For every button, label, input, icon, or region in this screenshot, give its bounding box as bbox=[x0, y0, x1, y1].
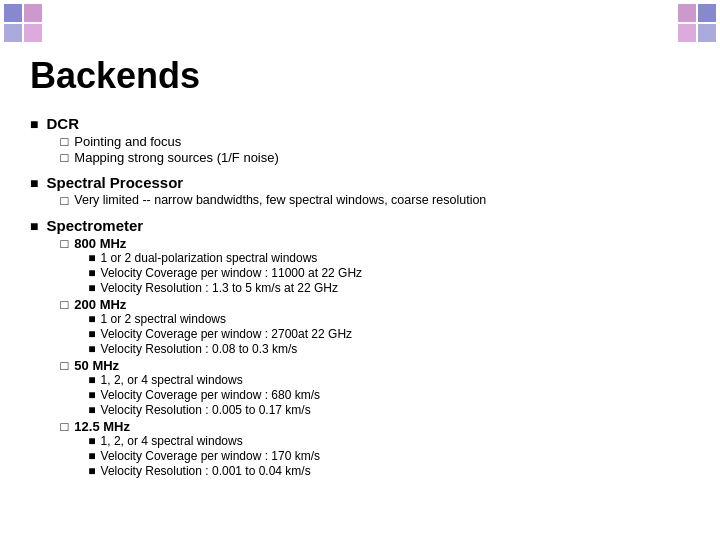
dcr-title: DCR bbox=[46, 115, 700, 132]
dcr-subbullet-0: □ bbox=[60, 134, 68, 149]
freq-subitem-text-1-1: Velocity Coverage per window : 2700at 22… bbox=[101, 327, 352, 341]
freq-sublist-0: ■ 1 or 2 dual-polarization spectral wind… bbox=[74, 251, 700, 295]
dcr-subitem-text-1: Mapping strong sources (1/F noise) bbox=[74, 150, 278, 165]
freq-bullet-1: □ bbox=[60, 297, 68, 312]
freq-subitem-bullet-2-2: ■ bbox=[88, 403, 95, 417]
freq-block-1: □ 200 MHz ■ 1 or 2 spectral windows ■ Ve… bbox=[60, 297, 700, 357]
freq-bullet-3: □ bbox=[60, 419, 68, 434]
page-title: Backends bbox=[30, 55, 700, 97]
freq-subitem-text-3-2: Velocity Resolution : 0.001 to 0.04 km/s bbox=[101, 464, 311, 478]
corner-decoration-right bbox=[660, 0, 720, 60]
freq-content-0: 800 MHz ■ 1 or 2 dual-polarization spect… bbox=[74, 236, 700, 296]
freq-label-2: 50 MHz bbox=[74, 358, 119, 373]
freq-subitem-bullet-0-2: ■ bbox=[88, 281, 95, 295]
freq-subitem-text-0-2: Velocity Resolution : 1.3 to 5 km/s at 2… bbox=[101, 281, 338, 295]
spectrometer-bullet: ■ bbox=[30, 218, 38, 234]
freq-item-3-0: ■ 1, 2, or 4 spectral windows bbox=[88, 434, 700, 448]
freq-bullet-2: □ bbox=[60, 358, 68, 373]
freq-subitem-text-2-0: 1, 2, or 4 spectral windows bbox=[101, 373, 243, 387]
freq-item-3-2: ■ Velocity Resolution : 0.001 to 0.04 km… bbox=[88, 464, 700, 478]
sp-bullet: ■ bbox=[30, 175, 38, 191]
sp-title: Spectral Processor bbox=[46, 174, 700, 191]
freq-subitem-bullet-1-0: ■ bbox=[88, 312, 95, 326]
dcr-content: DCR □ Pointing and focus □ Mapping stron… bbox=[46, 115, 700, 166]
freq-subitem-bullet-1-1: ■ bbox=[88, 327, 95, 341]
freq-item-1-2: ■ Velocity Resolution : 0.08 to 0.3 km/s bbox=[88, 342, 700, 356]
freq-subitem-text-0-0: 1 or 2 dual-polarization spectral window… bbox=[101, 251, 318, 265]
freq-label-0: 800 MHz bbox=[74, 236, 126, 251]
freq-subitem-text-0-1: Velocity Coverage per window : 11000 at … bbox=[101, 266, 362, 280]
freq-subitem-bullet-1-2: ■ bbox=[88, 342, 95, 356]
freq-label-3: 12.5 MHz bbox=[74, 419, 130, 434]
sp-subbullet-0: □ bbox=[60, 193, 68, 208]
freq-block-3: □ 12.5 MHz ■ 1, 2, or 4 spectral windows… bbox=[60, 419, 700, 479]
freq-subitem-text-1-0: 1 or 2 spectral windows bbox=[101, 312, 226, 326]
freq-subitem-bullet-3-0: ■ bbox=[88, 434, 95, 448]
dcr-bullet: ■ bbox=[30, 116, 38, 132]
sp-note: Very limited -- narrow bandwidths, few s… bbox=[74, 193, 486, 207]
sp-content: Spectral Processor □ Very limited -- nar… bbox=[46, 174, 700, 209]
freq-subitem-bullet-2-0: ■ bbox=[88, 373, 95, 387]
freq-subitem-text-2-2: Velocity Resolution : 0.005 to 0.17 km/s bbox=[101, 403, 311, 417]
freq-subitem-text-1-2: Velocity Resolution : 0.08 to 0.3 km/s bbox=[101, 342, 298, 356]
dcr-subitem-0: □ Pointing and focus bbox=[60, 134, 700, 149]
spectrometer-sublist: □ 800 MHz ■ 1 or 2 dual-polarization spe… bbox=[46, 236, 700, 479]
freq-item-0-0: ■ 1 or 2 dual-polarization spectral wind… bbox=[88, 251, 700, 265]
freq-subitem-text-2-1: Velocity Coverage per window : 680 km/s bbox=[101, 388, 320, 402]
freq-subitem-bullet-3-1: ■ bbox=[88, 449, 95, 463]
freq-content-2: 50 MHz ■ 1, 2, or 4 spectral windows ■ V… bbox=[74, 358, 700, 418]
freq-content-1: 200 MHz ■ 1 or 2 spectral windows ■ Velo… bbox=[74, 297, 700, 357]
spectrometer-section: ■ Spectrometer □ 800 MHz ■ 1 or 2 dual-p… bbox=[30, 217, 700, 480]
freq-subitem-bullet-2-1: ■ bbox=[88, 388, 95, 402]
freq-label-1: 200 MHz bbox=[74, 297, 126, 312]
spectrometer-title: Spectrometer bbox=[46, 217, 700, 234]
freq-block-0: □ 800 MHz ■ 1 or 2 dual-polarization spe… bbox=[60, 236, 700, 296]
freq-item-3-1: ■ Velocity Coverage per window : 170 km/… bbox=[88, 449, 700, 463]
freq-subitem-bullet-0-0: ■ bbox=[88, 251, 95, 265]
freq-sublist-1: ■ 1 or 2 spectral windows ■ Velocity Cov… bbox=[74, 312, 700, 356]
freq-subitem-text-3-1: Velocity Coverage per window : 170 km/s bbox=[101, 449, 320, 463]
freq-content-3: 12.5 MHz ■ 1, 2, or 4 spectral windows ■… bbox=[74, 419, 700, 479]
freq-item-0-2: ■ Velocity Resolution : 1.3 to 5 km/s at… bbox=[88, 281, 700, 295]
freq-item-2-2: ■ Velocity Resolution : 0.005 to 0.17 km… bbox=[88, 403, 700, 417]
freq-item-1-1: ■ Velocity Coverage per window : 2700at … bbox=[88, 327, 700, 341]
freq-subitem-text-3-0: 1, 2, or 4 spectral windows bbox=[101, 434, 243, 448]
freq-sublist-3: ■ 1, 2, or 4 spectral windows ■ Velocity… bbox=[74, 434, 700, 478]
freq-item-1-0: ■ 1 or 2 spectral windows bbox=[88, 312, 700, 326]
freq-block-2: □ 50 MHz ■ 1, 2, or 4 spectral windows ■… bbox=[60, 358, 700, 418]
dcr-subbullet-1: □ bbox=[60, 150, 68, 165]
spectrometer-content: Spectrometer □ 800 MHz ■ 1 or 2 dual-pol… bbox=[46, 217, 700, 480]
sp-sublist: □ Very limited -- narrow bandwidths, few… bbox=[46, 193, 700, 208]
dcr-subitem-1: □ Mapping strong sources (1/F noise) bbox=[60, 150, 700, 165]
freq-item-0-1: ■ Velocity Coverage per window : 11000 a… bbox=[88, 266, 700, 280]
dcr-sublist: □ Pointing and focus □ Mapping strong so… bbox=[46, 134, 700, 165]
spectral-processor-section: ■ Spectral Processor □ Very limited -- n… bbox=[30, 174, 700, 209]
sp-subitem-0: □ Very limited -- narrow bandwidths, few… bbox=[60, 193, 700, 208]
freq-item-2-0: ■ 1, 2, or 4 spectral windows bbox=[88, 373, 700, 387]
dcr-subitem-text-0: Pointing and focus bbox=[74, 134, 181, 149]
dcr-section: ■ DCR □ Pointing and focus □ Mapping str… bbox=[30, 115, 700, 166]
freq-bullet-0: □ bbox=[60, 236, 68, 251]
freq-subitem-bullet-0-1: ■ bbox=[88, 266, 95, 280]
freq-item-2-1: ■ Velocity Coverage per window : 680 km/… bbox=[88, 388, 700, 402]
corner-decoration-left bbox=[0, 0, 60, 60]
freq-subitem-bullet-3-2: ■ bbox=[88, 464, 95, 478]
main-content: Backends ■ DCR □ Pointing and focus □ Ma… bbox=[30, 55, 700, 530]
freq-sublist-2: ■ 1, 2, or 4 spectral windows ■ Velocity… bbox=[74, 373, 700, 417]
